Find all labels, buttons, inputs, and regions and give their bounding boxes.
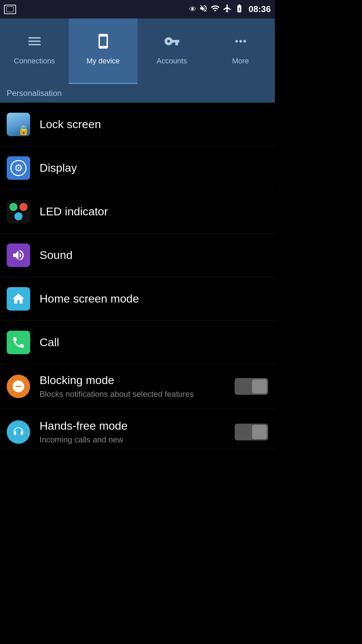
settings-item-led-indicator[interactable]: LED indicator <box>0 190 275 233</box>
blocking-mode-toggle[interactable] <box>235 378 268 395</box>
airplane-icon <box>223 4 232 15</box>
tab-connections[interactable]: Connections <box>0 18 69 84</box>
tab-more[interactable]: More <box>206 18 275 84</box>
call-text: Call <box>40 336 268 349</box>
blocking-mode-toggle-knob <box>252 379 267 393</box>
tab-accounts-label: Accounts <box>157 57 187 65</box>
tab-bar: Connections My device Accounts More <box>0 18 275 84</box>
call-icon <box>7 331 30 354</box>
more-icon <box>233 33 249 53</box>
device-icon <box>95 33 111 53</box>
status-bar-right: 👁 08:36 <box>189 4 271 15</box>
sound-text: Sound <box>40 249 268 262</box>
lock-screen-text: Lock screen <box>40 118 268 131</box>
screen-icon <box>4 5 16 14</box>
tab-my-device-label: My device <box>86 57 120 65</box>
settings-item-hands-free-mode[interactable]: Hands-free mode Incoming calls and new <box>0 409 275 449</box>
status-time: 08:36 <box>249 4 271 14</box>
blocking-mode-icon <box>7 375 30 398</box>
mute-icon <box>199 4 208 15</box>
call-title: Call <box>40 336 268 349</box>
lock-symbol: 🔒 <box>20 126 29 135</box>
led-blue <box>14 212 22 220</box>
tab-my-device[interactable]: My device <box>69 18 137 84</box>
home-screen-mode-icon <box>7 287 30 311</box>
hands-free-mode-icon <box>7 420 30 444</box>
wifi-icon <box>210 4 220 15</box>
led-indicator-text: LED indicator <box>40 205 268 218</box>
hands-free-mode-text: Hands-free mode Incoming calls and new <box>40 419 235 445</box>
settings-item-blocking-mode[interactable]: Blocking mode Blocks notifications about… <box>0 364 275 409</box>
tab-connections-label: Connections <box>14 57 55 65</box>
sound-title: Sound <box>40 249 268 262</box>
section-header-label: Personalisation <box>7 89 62 98</box>
display-icon <box>7 156 30 180</box>
settings-item-display[interactable]: Display <box>0 146 275 190</box>
settings-item-sound[interactable]: Sound <box>0 233 275 277</box>
status-bar: 👁 08:36 <box>0 0 275 18</box>
led-red <box>19 203 27 211</box>
blocking-mode-title: Blocking mode <box>40 374 235 387</box>
display-title: Display <box>40 161 268 174</box>
tab-accounts[interactable]: Accounts <box>137 18 206 84</box>
led-indicator-icon <box>7 200 30 223</box>
tab-more-label: More <box>232 57 249 65</box>
connections-icon <box>26 33 43 53</box>
blocking-mode-text: Blocking mode Blocks notifications about… <box>40 374 235 399</box>
eye-icon: 👁 <box>189 5 196 14</box>
lock-screen-title: Lock screen <box>40 118 268 131</box>
settings-item-lock-screen[interactable]: 🔒 Lock screen <box>0 103 275 146</box>
section-header: Personalisation <box>0 84 275 103</box>
settings-item-call[interactable]: Call <box>0 321 275 364</box>
home-screen-mode-title: Home screen mode <box>40 292 268 305</box>
hands-free-mode-title: Hands-free mode <box>40 419 235 432</box>
blocking-mode-subtitle: Blocks notifications about selected feat… <box>40 389 235 399</box>
hands-free-mode-subtitle: Incoming calls and new <box>40 434 235 445</box>
hands-free-mode-toggle-knob <box>252 425 267 439</box>
display-text: Display <box>40 161 268 174</box>
hands-free-mode-toggle[interactable] <box>235 424 268 440</box>
lock-screen-icon: 🔒 <box>7 113 30 136</box>
status-bar-left <box>4 5 16 14</box>
led-indicator-title: LED indicator <box>40 205 268 218</box>
accounts-icon <box>164 33 180 53</box>
home-screen-mode-text: Home screen mode <box>40 292 268 305</box>
battery-icon <box>235 4 244 15</box>
settings-list: 🔒 Lock screen Display LED indicato <box>0 103 275 449</box>
led-green <box>9 203 17 211</box>
sound-icon <box>7 244 30 267</box>
display-gear-icon <box>10 160 26 176</box>
settings-item-home-screen-mode[interactable]: Home screen mode <box>0 277 275 321</box>
